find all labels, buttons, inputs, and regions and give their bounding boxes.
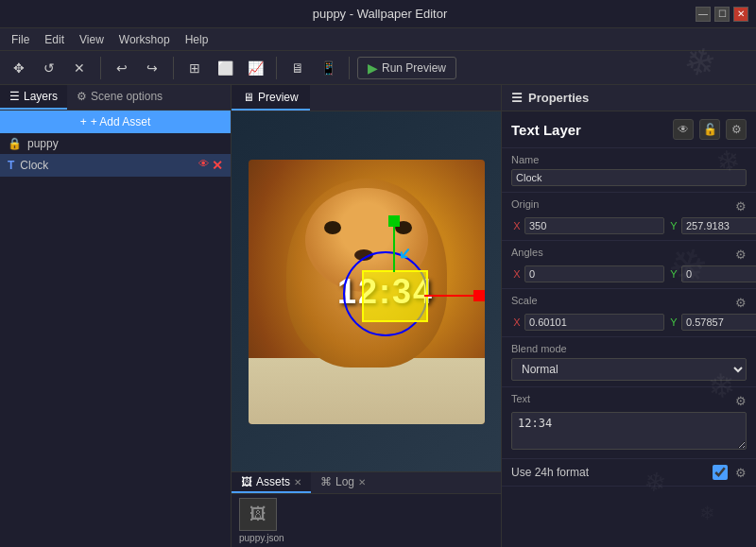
angles-y-input[interactable] — [681, 265, 756, 282]
use24h-label: Use 24h format — [511, 466, 705, 479]
text-value-textarea[interactable]: 12:34 — [511, 412, 747, 450]
bottom-area: 🖼 Assets ✕ ⌘ Log ✕ 🖼 puppy.json — [232, 471, 501, 547]
add-asset-button[interactable]: + + Add Asset — [0, 111, 231, 133]
toolbar-separator-2 — [173, 57, 174, 79]
angles-gear-icon[interactable]: ⚙ — [735, 248, 747, 262]
monitor-button[interactable]: 🖥 — [284, 55, 311, 81]
menu-view[interactable]: View — [72, 31, 112, 48]
layers-icon: ☰ — [9, 90, 20, 103]
prop-scale-section: Scale ⚙ X Y Z — [502, 289, 756, 337]
layer-eye-icon[interactable]: 👁 — [198, 158, 209, 173]
tab-assets[interactable]: 🖼 Assets ✕ — [232, 472, 311, 493]
prop-settings-button[interactable]: ⚙ — [726, 119, 747, 140]
tab-preview[interactable]: 🖥 Preview — [232, 85, 310, 111]
asset-puppy-json[interactable]: 🖼 puppy.json — [239, 498, 282, 543]
origin-x-input[interactable] — [524, 217, 664, 234]
scale-tool-button[interactable]: ✕ — [66, 55, 93, 81]
scale-y-label: Y — [668, 316, 679, 328]
title-bar: puppy - Wallpaper Editor — ☐ ✕ — [0, 0, 756, 28]
mobile-button[interactable]: 📱 — [315, 55, 341, 81]
toolbar: ✥ ↺ ✕ ↩ ↪ ⊞ ⬜ 📈 🖥 📱 ▶ Run Preview — [0, 51, 756, 85]
asset-thumbnail-icon: 🖼 — [239, 498, 277, 531]
menu-edit[interactable]: Edit — [37, 31, 72, 48]
maximize-button[interactable]: ☐ — [714, 7, 730, 22]
preview-background: 12:34 — [232, 111, 501, 471]
layer-name-clock: Clock — [20, 159, 48, 172]
scale-x-label: X — [511, 316, 523, 328]
menu-workshop[interactable]: Workshop — [112, 31, 178, 48]
use24h-checkbox[interactable] — [713, 465, 728, 480]
prop-24h-section: Use 24h format ⚙ — [502, 459, 756, 487]
scale-x-input[interactable] — [524, 314, 664, 331]
run-preview-button[interactable]: ▶ Run Preview — [357, 57, 456, 79]
text-gear-icon[interactable]: ⚙ — [735, 394, 747, 408]
prop-blend-label: Blend mode — [511, 343, 747, 354]
play-icon: ▶ — [368, 60, 378, 76]
assets-tab-close[interactable]: ✕ — [294, 477, 301, 487]
prop-lock-button[interactable]: 🔓 — [699, 119, 720, 140]
bottom-content: 🖼 puppy.json — [232, 494, 501, 547]
toolbar-separator-1 — [100, 57, 101, 79]
tab-layers[interactable]: ☰ Layers — [0, 85, 67, 110]
main-layout: ☰ Layers ⚙ Scene options + + Add Asset 🔒… — [0, 85, 756, 547]
add-icon: + — [80, 115, 87, 128]
right-panel: ☰ Properties Text Layer 👁 🔓 ⚙ Name Origi… — [501, 85, 756, 547]
window-controls: — ☐ ✕ — [696, 7, 748, 22]
asset-label: puppy.json — [239, 533, 282, 543]
y-axis-label: Y — [668, 220, 679, 231]
prop-name-section: Name — [502, 148, 756, 193]
rotate-tool-button[interactable]: ↺ — [36, 55, 62, 81]
properties-icon: ☰ — [511, 91, 523, 105]
scale-gear-icon[interactable]: ⚙ — [735, 296, 747, 310]
center-tabs: 🖥 Preview — [232, 85, 501, 111]
use24h-gear-icon[interactable]: ⚙ — [735, 466, 747, 480]
toolbar-separator-3 — [276, 57, 277, 79]
grid-button[interactable]: ⊞ — [181, 55, 208, 81]
prop-title: Text Layer — [511, 122, 581, 138]
scene-options-icon: ⚙ — [77, 90, 87, 103]
prop-origin-label: Origin — [511, 198, 539, 210]
prop-angles-row: X Y Z — [511, 265, 747, 282]
menu-help[interactable]: Help — [178, 31, 216, 48]
assets-icon: 🖼 — [241, 475, 252, 488]
redo-button[interactable]: ↪ — [139, 55, 165, 81]
menu-bar: File Edit View Workshop Help — [0, 28, 756, 51]
minimize-button[interactable]: — — [696, 7, 711, 22]
prop-angles-label: Angles — [511, 247, 543, 258]
prop-scale-row: X Y Z — [511, 314, 747, 331]
prop-title-section: Text Layer 👁 🔓 ⚙ — [502, 111, 756, 148]
layer-item-clock[interactable]: T Clock 👁 ✕ — [0, 154, 231, 177]
blend-mode-select[interactable]: Normal Multiply Screen Overlay — [511, 358, 747, 381]
x-axis-label: X — [511, 220, 523, 231]
left-panel-tabs: ☰ Layers ⚙ Scene options — [0, 85, 231, 111]
chart-button[interactable]: 📈 — [242, 55, 268, 81]
lock-icon: 🔒 — [8, 137, 22, 150]
undo-button[interactable]: ↩ — [109, 55, 135, 81]
prop-eye-button[interactable]: 👁 — [673, 119, 694, 140]
log-icon: ⌘ — [320, 475, 332, 488]
frame-button[interactable]: ⬜ — [212, 55, 238, 81]
close-button[interactable]: ✕ — [733, 7, 748, 22]
origin-gear-icon[interactable]: ⚙ — [735, 199, 747, 214]
prop-scale-label: Scale — [511, 295, 538, 306]
origin-y-input[interactable] — [681, 217, 756, 234]
prop-name-input[interactable] — [511, 169, 747, 186]
menu-file[interactable]: File — [4, 31, 37, 48]
layer-item-puppy[interactable]: 🔒 puppy — [0, 133, 231, 154]
toolbar-separator-4 — [349, 57, 350, 79]
scale-y-input[interactable] — [681, 314, 756, 331]
move-tool-button[interactable]: ✥ — [6, 55, 32, 81]
angles-x-input[interactable] — [524, 265, 664, 282]
layer-clock-actions: 👁 ✕ — [198, 158, 223, 173]
preview-area[interactable]: 12:34 — [232, 111, 501, 471]
angles-y-label: Y — [668, 268, 679, 280]
tab-scene-options[interactable]: ⚙ Scene options — [67, 85, 172, 110]
tab-log[interactable]: ⌘ Log ✕ — [311, 472, 375, 493]
left-panel: ☰ Layers ⚙ Scene options + + Add Asset 🔒… — [0, 85, 232, 547]
angles-x-label: X — [511, 268, 523, 280]
layer-delete-icon[interactable]: ✕ — [212, 158, 223, 173]
text-icon: T — [8, 159, 14, 172]
window-title: puppy - Wallpaper Editor — [64, 7, 696, 21]
log-tab-close[interactable]: ✕ — [358, 477, 366, 487]
prop-origin-section: Origin ⚙ X Y Z — [502, 193, 756, 241]
